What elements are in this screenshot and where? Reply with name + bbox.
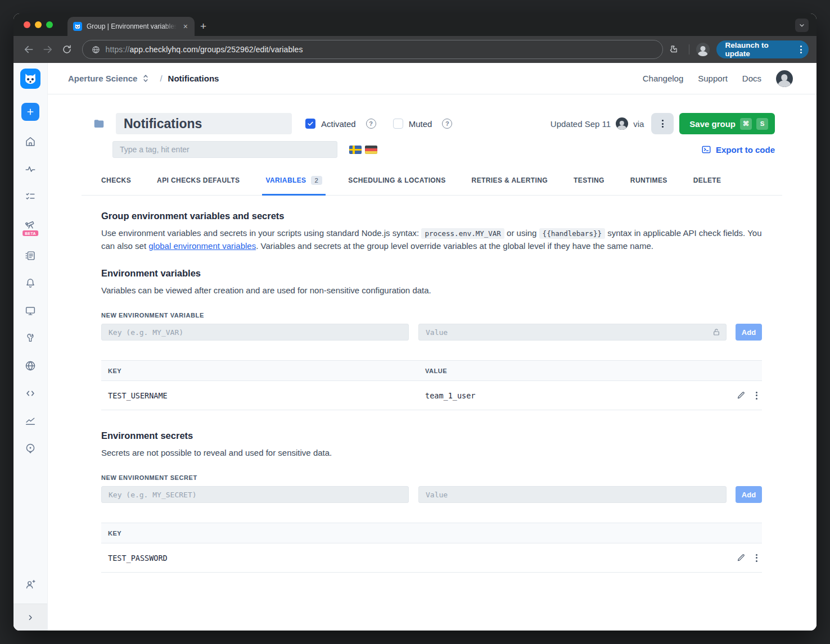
sidebar-item-private-locations[interactable] (24, 442, 37, 455)
variable-key-input[interactable] (101, 324, 409, 341)
tab-variables[interactable]: VARIABLES2 (265, 176, 322, 195)
tab-retries-alerting[interactable]: RETRIES & ALERTING (472, 176, 548, 195)
checklist-icon (24, 191, 37, 203)
tab-testing[interactable]: TESTING (574, 176, 605, 195)
lock-open-icon[interactable] (712, 328, 721, 337)
tag-input[interactable] (112, 141, 337, 158)
secrets-table: KEY TEST_PASSWORD (101, 523, 762, 573)
row-menu-icon[interactable] (756, 554, 757, 562)
url-bar[interactable]: https://app.checklyhq.com/groups/252962/… (82, 40, 663, 59)
sidebar-item-alerts[interactable] (24, 276, 37, 290)
add-variable-button[interactable]: Add (736, 324, 762, 341)
secrets-table-header: KEY (101, 523, 762, 543)
sidebar-expand-button[interactable] (13, 604, 47, 631)
updated-info: Updated Sep 11 via (551, 117, 644, 130)
user-avatar[interactable] (776, 70, 793, 87)
close-window-button[interactable] (24, 21, 30, 28)
global-environment-variables-link[interactable]: global environment variables (148, 241, 256, 251)
activated-help-icon[interactable]: ? (366, 119, 376, 129)
support-link[interactable]: Support (698, 74, 728, 83)
create-new-button[interactable] (21, 103, 39, 121)
changelog-link[interactable]: Changelog (643, 74, 684, 83)
group-tabs: CHECKS API CHECKS DEFAULTS VARIABLES2 SC… (82, 176, 782, 196)
variable-value-input[interactable] (418, 324, 727, 341)
user-plus-icon (24, 578, 37, 591)
sidebar-item-maintenance[interactable] (24, 332, 37, 345)
sidebar-item-browser-checks[interactable] (24, 359, 37, 373)
browser-tab[interactable]: Group | Environment variables × (67, 17, 195, 36)
table-row: TEST_USERNAME team_1_user (101, 381, 762, 410)
secret-key-input[interactable] (101, 486, 409, 503)
muted-help-icon[interactable]: ? (442, 119, 452, 129)
check-icon (307, 120, 314, 127)
tab-delete[interactable]: DELETE (693, 176, 721, 195)
relaunch-button[interactable]: Relaunch to update (716, 40, 809, 58)
url-text: https://app.checklyhq.com/groups/252962/… (106, 45, 303, 54)
edit-pencil-icon[interactable] (736, 391, 746, 400)
updated-by-avatar[interactable] (616, 117, 628, 130)
chevron-down-icon (799, 22, 805, 29)
sidebar-item-snippets[interactable] (24, 387, 37, 400)
section-title: Group environment variables and secrets (101, 211, 762, 221)
muted-checkbox[interactable] (393, 119, 403, 129)
minimize-window-button[interactable] (35, 21, 42, 28)
variables-count-badge: 2 (311, 176, 323, 185)
environment-secrets-description: Secrets are not possible to reveal and u… (101, 447, 762, 459)
breadcrumb-page-title: Notifications (168, 74, 219, 83)
edit-pencil-icon[interactable] (736, 553, 746, 563)
row-menu-icon[interactable] (756, 392, 757, 400)
toolbar-divider (689, 44, 689, 55)
sidebar-item-telescope-beta[interactable]: BETA (24, 217, 37, 231)
account-switcher-label[interactable]: Aperture Science (68, 74, 137, 83)
zoom-window-button[interactable] (46, 21, 53, 28)
tab-scheduling-locations[interactable]: SCHEDULING & LOCATIONS (348, 176, 445, 195)
checkly-favicon-icon (73, 22, 82, 31)
arrow-left-icon (23, 44, 34, 55)
tab-checks[interactable]: CHECKS (101, 176, 131, 195)
checkly-logo-icon[interactable] (20, 69, 40, 89)
sidebar-item-status-pages[interactable] (24, 304, 37, 318)
docs-link[interactable]: Docs (742, 74, 761, 83)
arrow-right-icon (42, 44, 53, 55)
tab-api-checks-defaults[interactable]: API CHECKS DEFAULTS (157, 176, 240, 195)
group-header: Activated ? Muted ? Updated Sep 11 via S… (48, 113, 817, 134)
variables-table: KEY VALUE TEST_USERNAME team_1_user (101, 360, 762, 410)
sidebar-item-analytics[interactable] (24, 414, 37, 428)
tab-title: Group | Environment variables (87, 22, 177, 30)
add-secret-button[interactable]: Add (736, 486, 762, 503)
environment-variables-description: Variables can be viewed after creation a… (101, 284, 762, 297)
extensions-button[interactable] (665, 41, 682, 58)
sidebar-item-checks[interactable] (24, 190, 37, 203)
account-switcher-chevrons-icon[interactable] (142, 74, 150, 83)
sidebar-item-runtime-log[interactable] (24, 249, 37, 262)
beta-badge: BETA (22, 230, 38, 236)
secret-value-input[interactable] (418, 486, 727, 503)
sidebar-item-activity[interactable] (24, 162, 37, 176)
via-label: via (633, 119, 644, 129)
new-tab-button[interactable]: + (200, 20, 206, 33)
save-group-button[interactable]: Save group ⌘ S (679, 113, 775, 134)
browser-profile-avatar[interactable] (696, 43, 710, 56)
sidebar-item-home[interactable] (24, 135, 37, 148)
activated-checkbox[interactable] (305, 119, 315, 129)
forward-button[interactable] (39, 41, 56, 58)
export-to-code-link[interactable]: Export to code (701, 144, 775, 155)
relaunch-menu-icon[interactable] (800, 46, 802, 53)
code-icon (24, 387, 37, 400)
new-secret-form: Add (101, 486, 762, 503)
tab-search-button[interactable] (795, 19, 809, 32)
activated-label: Activated (321, 119, 356, 129)
chevron-right-icon (26, 613, 35, 622)
tab-close-icon[interactable]: × (181, 21, 190, 31)
bell-icon (24, 277, 37, 289)
tab-runtimes[interactable]: RUNTIMES (630, 176, 667, 195)
group-more-actions-button[interactable] (651, 113, 674, 134)
back-button[interactable] (20, 41, 37, 58)
code-chip-process-env: process.env.MY_VAR (421, 228, 504, 239)
column-key: KEY (101, 530, 418, 537)
column-key: KEY (101, 368, 418, 374)
reload-button[interactable] (58, 41, 75, 58)
variable-key-cell: TEST_USERNAME (101, 391, 418, 400)
sidebar-item-invite-user[interactable] (24, 578, 37, 591)
group-name-input[interactable] (116, 113, 292, 134)
